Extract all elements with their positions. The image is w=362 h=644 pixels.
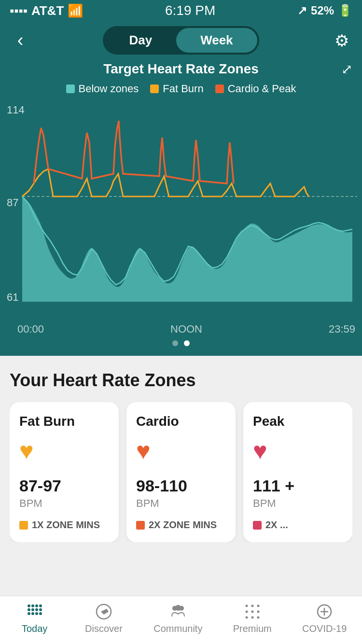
fat-burn-mins-dot (19, 521, 28, 530)
legend-fat-burn: Fat Burn (150, 83, 203, 95)
svg-point-26 (257, 616, 259, 619)
chart-title: Target Heart Rate Zones (103, 61, 259, 77)
fat-burn-range: 87-97 (19, 476, 109, 495)
community-icon (169, 603, 187, 620)
legend-below-zones: Below zones (66, 83, 139, 95)
nav-premium-label: Premium (233, 623, 272, 634)
y-label-top: 114 (7, 104, 25, 116)
svg-point-22 (251, 611, 253, 613)
svg-point-20 (257, 605, 259, 607)
svg-point-18 (245, 605, 248, 607)
today-icon (26, 603, 43, 620)
zones-section-title: Your Heart Rate Zones (10, 370, 352, 391)
cardio-mins: 2X ZONE MINS (136, 519, 226, 531)
chart-svg (5, 99, 357, 321)
chart-title-row: Target Heart Rate Zones ⤢ (0, 59, 362, 79)
cardio-mins-dot (136, 521, 145, 530)
dot-2[interactable] (184, 340, 190, 346)
time-labels: 00:00 NOON 23:59 (0, 321, 362, 336)
svg-point-5 (31, 608, 34, 611)
fat-burn-mins: 1X ZONE MINS (19, 519, 109, 531)
carrier-label: AT&T (31, 3, 64, 18)
fat-burn-card-title: Fat Burn (19, 414, 109, 429)
svg-point-3 (35, 604, 38, 607)
location-icon: ↗ (297, 4, 307, 17)
battery-label: 52% (311, 4, 334, 17)
cardio-unit: BPM (136, 497, 226, 510)
status-left: ▪▪▪▪ AT&T 📶 (10, 3, 83, 18)
nav-covid-label: COVID-19 (302, 623, 347, 634)
svg-point-24 (245, 616, 248, 619)
day-week-toggle: Day Week (103, 26, 259, 55)
svg-marker-14 (101, 609, 109, 615)
week-toggle[interactable]: Week (176, 28, 257, 53)
fat-burn-card: Fat Burn ♥ 87-97 BPM 1X ZONE MINS (10, 402, 119, 542)
svg-point-9 (35, 612, 38, 615)
fat-burn-heart-icon: ♥ (19, 437, 109, 465)
time-start: 00:00 (17, 323, 44, 336)
zones-cards: Fat Burn ♥ 87-97 BPM 1X ZONE MINS Cardio… (10, 402, 352, 542)
nav-discover[interactable]: Discover (84, 603, 123, 640)
peak-unit: BPM (253, 497, 343, 510)
svg-point-11 (39, 608, 42, 611)
heart-rate-chart: 114 87 61 (5, 99, 357, 321)
svg-point-21 (245, 611, 248, 613)
nav-discover-label: Discover (85, 623, 123, 634)
fat-burn-mins-label: 1X ZONE MINS (32, 519, 100, 531)
premium-icon (244, 603, 261, 620)
wifi-icon: 📶 (68, 3, 83, 18)
svg-point-19 (251, 605, 253, 607)
svg-point-8 (31, 612, 34, 615)
y-label-bottom: 61 (7, 291, 18, 304)
fat-burn-dot (150, 84, 159, 93)
cardio-peak-dot (215, 84, 224, 93)
peak-mins: 2X ... (253, 519, 343, 531)
nav-today[interactable]: Today (15, 603, 54, 640)
nav-community-label: Community (153, 623, 202, 634)
svg-point-4 (28, 608, 30, 611)
svg-point-12 (39, 612, 42, 615)
cardio-peak-label: Cardio & Peak (228, 83, 296, 95)
status-right: ↗ 52% 🔋 (297, 4, 352, 17)
nav-premium[interactable]: Premium (233, 603, 272, 640)
nav-today-label: Today (22, 623, 47, 634)
peak-mins-label: 2X ... (265, 519, 288, 531)
below-zones-dot (66, 84, 75, 93)
cardio-card: Cardio ♥ 98-110 BPM 2X ZONE MINS (126, 402, 236, 542)
svg-point-6 (35, 608, 38, 611)
settings-button[interactable]: ⚙ (331, 31, 352, 50)
day-toggle[interactable]: Day (105, 28, 176, 53)
nav-bar: ‹ Day Week ⚙ (0, 21, 362, 59)
chart-section: ‹ Day Week ⚙ Target Heart Rate Zones ⤢ B… (0, 21, 362, 356)
zones-section: Your Heart Rate Zones Fat Burn ♥ 87-97 B… (0, 356, 362, 552)
y-label-mid: 87 (7, 196, 18, 209)
status-bar: ▪▪▪▪ AT&T 📶 6:19 PM ↗ 52% 🔋 (0, 0, 362, 21)
nav-community[interactable]: Community (153, 603, 202, 640)
peak-mins-dot (253, 521, 262, 530)
bottom-nav: Today Discover Community Premium (0, 596, 362, 644)
nav-covid[interactable]: COVID-19 (302, 603, 347, 640)
peak-heart-icon: ♥ (253, 437, 343, 465)
signal-icon: ▪▪▪▪ (10, 3, 28, 18)
peak-range: 111 + (253, 476, 343, 495)
battery-icon: 🔋 (338, 4, 352, 17)
dot-1[interactable] (172, 340, 178, 346)
cardio-range: 98-110 (136, 476, 226, 495)
cardio-card-title: Cardio (136, 414, 226, 429)
legend-cardio-peak: Cardio & Peak (215, 83, 296, 95)
svg-point-1 (28, 604, 30, 607)
time-end: 23:59 (329, 323, 355, 336)
fat-burn-label: Fat Burn (163, 83, 203, 95)
fat-burn-unit: BPM (19, 497, 109, 510)
back-button[interactable]: ‹ (10, 30, 31, 51)
below-zones-label: Below zones (79, 83, 139, 95)
covid-icon (316, 603, 333, 620)
svg-point-23 (257, 611, 259, 613)
pagination-dots (0, 340, 362, 346)
svg-point-17 (175, 605, 181, 611)
peak-card-title: Peak (253, 414, 343, 429)
peak-card: Peak ♥ 111 + BPM 2X ... (243, 402, 352, 542)
discover-icon (95, 603, 112, 620)
expand-button[interactable]: ⤢ (341, 61, 352, 77)
svg-point-25 (251, 616, 253, 619)
